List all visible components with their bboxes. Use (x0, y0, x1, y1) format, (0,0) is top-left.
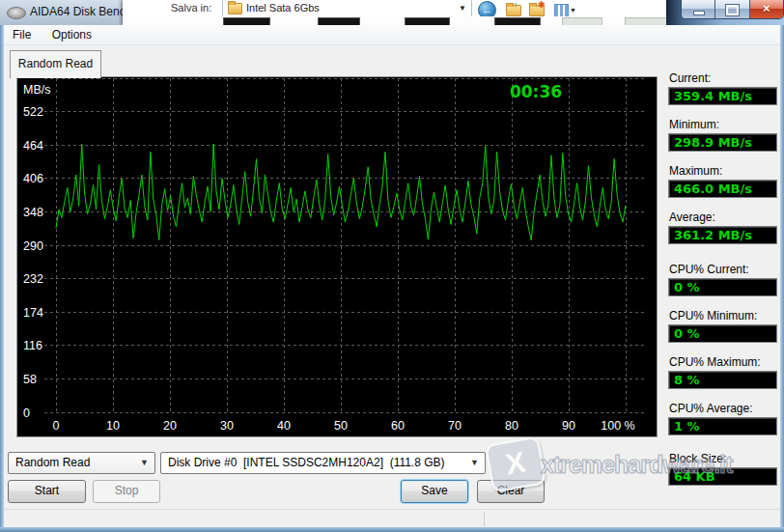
maximize-icon (726, 5, 739, 15)
title-bar-right: × (666, 0, 784, 25)
stat-label: Maximum: (669, 164, 778, 179)
stat-label: CPU% Maximum: (669, 355, 778, 370)
views-button[interactable]: ▼ (552, 1, 571, 17)
elapsed-timer: 00:36 (478, 82, 594, 101)
close-button[interactable]: × (750, 0, 783, 18)
minimize-button[interactable] (682, 0, 715, 18)
save-in-label: Salva in: (171, 2, 211, 14)
title-bar: AIDA64 Disk Bench Salva in: Intel Sata 6… (0, 0, 784, 25)
status-bar-divider (484, 512, 485, 526)
window-title: AIDA64 Disk Bench (30, 5, 131, 18)
back-button[interactable]: ← (478, 1, 496, 17)
watermark-logo: X (485, 436, 546, 493)
file-list-strip (123, 16, 666, 25)
test-type-select[interactable]: Random Read ▼ (8, 452, 155, 474)
svg-text:90: 90 (562, 419, 575, 433)
svg-text:58: 58 (23, 373, 37, 386)
aida64-disk-benchmark-window: AIDA64 Disk Bench Salva in: Intel Sata 6… (0, 0, 784, 532)
new-folder-button[interactable]: ✱ (527, 1, 546, 17)
svg-text:116: 116 (23, 339, 42, 352)
svg-text:0: 0 (23, 406, 30, 420)
stat-label: CPU% Current: (669, 263, 778, 277)
save-location-dropdown[interactable]: Intel Sata 6Gbs ▼ (222, 0, 472, 17)
svg-text:100 %: 100 % (601, 419, 634, 433)
drive-value: Disk Drive #0 [INTEL SSDSC2MH120A2] (111… (168, 453, 445, 473)
chevron-down-icon: ▼ (459, 4, 466, 13)
stat-label: Minimum: (669, 118, 778, 132)
svg-text:20: 20 (163, 419, 177, 433)
title-bar-left[interactable]: AIDA64 Disk Bench (0, 0, 124, 25)
tab-random-read[interactable]: Random Read (10, 50, 101, 78)
menu-bar: File Options (4, 25, 780, 45)
window-controls: × (681, 0, 784, 19)
svg-text:232: 232 (23, 272, 43, 286)
svg-text:10: 10 (106, 419, 120, 433)
svg-text:348: 348 (23, 206, 43, 219)
menu-options[interactable]: Options (43, 25, 100, 44)
watermark-text: xtremehardware.it (541, 451, 732, 479)
window-border-right (780, 25, 784, 527)
chart-panel: 0102030405060708090100 %0581161742322903… (16, 76, 658, 437)
svg-text:290: 290 (23, 239, 43, 253)
chevron-down-icon: ▼ (570, 6, 576, 14)
stat-label: CPU% Minimum: (669, 309, 778, 323)
save-button[interactable]: Save (401, 480, 468, 503)
svg-text:70: 70 (448, 419, 462, 433)
stats-panel: Current:359.4 MB/sMinimum:298.9 MB/sMaxi… (668, 71, 778, 496)
up-one-level-button[interactable]: ↑ (504, 1, 522, 17)
svg-text:50: 50 (334, 419, 348, 433)
stop-button: Stop (93, 480, 160, 503)
start-button[interactable]: Start (8, 480, 86, 503)
drive-select[interactable]: Disk Drive #0 [INTEL SSDSC2MH120A2] (111… (160, 452, 486, 474)
svg-text:60: 60 (391, 419, 405, 433)
chevron-down-icon: ▼ (140, 453, 149, 473)
window-border-bottom (0, 527, 784, 532)
minimize-icon (693, 11, 705, 15)
stat-value: 1 % (668, 417, 777, 435)
chevron-down-icon: ▼ (470, 453, 479, 473)
disk-app-icon (7, 7, 26, 19)
stat-value: 359.4 MB/s (668, 87, 777, 105)
svg-text:464: 464 (23, 139, 43, 153)
stat-value: 361.2 MB/s (668, 226, 777, 244)
stat-value: 0 % (668, 278, 777, 296)
svg-text:30: 30 (220, 419, 234, 433)
window-border-left (0, 25, 4, 527)
svg-text:40: 40 (277, 419, 291, 433)
stat-value: 8 % (668, 371, 777, 389)
status-bar (4, 509, 780, 528)
svg-text:522: 522 (23, 105, 43, 119)
svg-text:0: 0 (53, 419, 60, 433)
close-icon: × (750, 1, 783, 15)
benchmark-chart: 0102030405060708090100 %0581161742322903… (17, 77, 657, 436)
save-location-value: Intel Sata 6Gbs (246, 2, 320, 14)
test-type-value: Random Read (15, 453, 90, 473)
svg-text:80: 80 (505, 419, 518, 433)
folder-icon (228, 3, 242, 14)
views-grid-icon (554, 4, 569, 17)
stat-value: 466.0 MB/s (668, 180, 777, 198)
menu-file[interactable]: File (4, 25, 40, 44)
svg-text:174: 174 (23, 306, 43, 320)
svg-text:MB/s: MB/s (23, 83, 50, 97)
stat-value: 298.9 MB/s (668, 133, 777, 152)
svg-text:406: 406 (23, 172, 43, 185)
maximize-button[interactable] (715, 0, 749, 18)
stat-label: Average: (669, 210, 778, 225)
stat-label: CPU% Average: (669, 402, 778, 416)
stat-label: Current: (669, 71, 778, 86)
stat-value: 0 % (668, 324, 777, 343)
